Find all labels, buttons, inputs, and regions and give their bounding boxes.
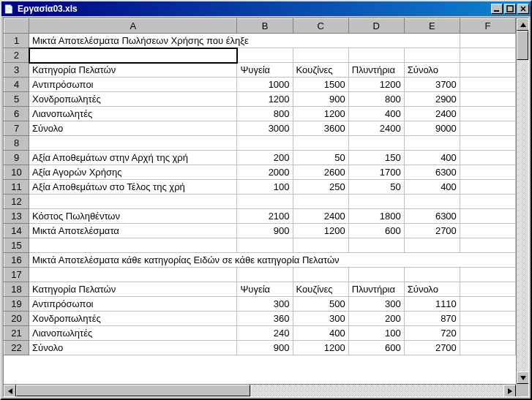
- cell-D15[interactable]: [348, 238, 404, 253]
- col-header-C[interactable]: C: [293, 19, 348, 34]
- row-header-3[interactable]: 3: [4, 63, 29, 78]
- cell-F2[interactable]: [460, 48, 515, 63]
- cell-A13[interactable]: Κόστος Πωληθέντων: [29, 209, 237, 224]
- cell-C14[interactable]: 1200: [293, 224, 348, 238]
- cell-B2[interactable]: [237, 48, 293, 63]
- cell-A6[interactable]: Λιανοπωλητές: [29, 107, 237, 121]
- cell-C8[interactable]: [293, 136, 348, 151]
- horizontal-scrollbar[interactable]: [4, 384, 516, 396]
- row-header-16[interactable]: 16: [4, 253, 29, 268]
- cell-F10[interactable]: [460, 165, 515, 180]
- cell-C7[interactable]: 3600: [293, 121, 348, 136]
- vertical-scrollbar[interactable]: [516, 18, 528, 384]
- scroll-up-button[interactable]: [517, 18, 529, 31]
- cell-B13[interactable]: 2100: [237, 209, 293, 224]
- cell-B3[interactable]: Ψυγεία: [237, 63, 293, 78]
- cell-C13[interactable]: 2400: [293, 209, 348, 224]
- cell-C12[interactable]: [293, 195, 348, 209]
- cell-E17[interactable]: [404, 268, 460, 282]
- cell-E5[interactable]: 2900: [404, 92, 460, 107]
- row-header-2[interactable]: 2: [4, 48, 29, 63]
- cell-B21[interactable]: 240: [237, 326, 293, 341]
- cell-D19[interactable]: 300: [348, 297, 404, 312]
- cell-C10[interactable]: 2600: [293, 165, 348, 180]
- cell-C19[interactable]: 500: [293, 297, 348, 312]
- cell-D4[interactable]: 1200: [348, 78, 404, 92]
- cell-E22[interactable]: 2700: [404, 341, 460, 355]
- cell-F19[interactable]: [460, 297, 515, 312]
- cell-B22[interactable]: 900: [237, 341, 293, 355]
- cell-A1[interactable]: Μικτά Αποτελέσματα Πωλήσεων Χρήσης που έ…: [29, 34, 460, 48]
- cell-A11[interactable]: Αξία Αποθεμάτων στο Τέλος της χρή: [29, 180, 237, 195]
- cell-F14[interactable]: [460, 224, 515, 238]
- cell-D10[interactable]: 1700: [348, 165, 404, 180]
- cell-D3[interactable]: Πλυντήρια: [348, 63, 404, 78]
- cell-C2[interactable]: [293, 48, 348, 63]
- cell-D6[interactable]: 400: [348, 107, 404, 121]
- cell-F8[interactable]: [460, 136, 515, 151]
- cell-B12[interactable]: [237, 195, 293, 209]
- cell-B8[interactable]: [237, 136, 293, 151]
- cell-A16[interactable]: Μικτά Αποτελέσματα κάθε κατηγορίας Ειδών…: [29, 253, 516, 268]
- cell-F11[interactable]: [460, 180, 515, 195]
- row-header-1[interactable]: 1: [4, 34, 29, 48]
- cell-A3[interactable]: Κατηγορία Πελατών: [29, 63, 237, 78]
- grid-viewport[interactable]: ABCDEF1Μικτά Αποτελέσματα Πωλήσεων Χρήση…: [4, 18, 516, 384]
- row-header-20[interactable]: 20: [4, 312, 29, 326]
- cell-A15[interactable]: [29, 238, 237, 253]
- col-header-E[interactable]: E: [404, 19, 460, 34]
- cell-B10[interactable]: 2000: [237, 165, 293, 180]
- col-header-D[interactable]: D: [348, 19, 404, 34]
- cell-A4[interactable]: Αντιπρόσωποι: [29, 78, 237, 92]
- col-header-F[interactable]: F: [460, 19, 515, 34]
- cell-D5[interactable]: 800: [348, 92, 404, 107]
- cell-B11[interactable]: 100: [237, 180, 293, 195]
- cell-E20[interactable]: 870: [404, 312, 460, 326]
- cell-E12[interactable]: [404, 195, 460, 209]
- row-header-22[interactable]: 22: [4, 341, 29, 355]
- cell-D14[interactable]: 600: [348, 224, 404, 238]
- row-header-21[interactable]: 21: [4, 326, 29, 341]
- cell-C3[interactable]: Κουζίνες: [293, 63, 348, 78]
- row-header-11[interactable]: 11: [4, 180, 29, 195]
- cell-F4[interactable]: [460, 78, 515, 92]
- cell-F17[interactable]: [460, 268, 515, 282]
- row-header-5[interactable]: 5: [4, 92, 29, 107]
- cell-E11[interactable]: 400: [404, 180, 460, 195]
- cell-C4[interactable]: 1500: [293, 78, 348, 92]
- scroll-right-button[interactable]: [503, 385, 516, 397]
- row-header-9[interactable]: 9: [4, 151, 29, 165]
- cell-F7[interactable]: [460, 121, 515, 136]
- cell-D2[interactable]: [348, 48, 404, 63]
- cell-F15[interactable]: [460, 238, 515, 253]
- cell-A18[interactable]: Κατηγορία Πελατών: [29, 282, 237, 297]
- cell-E6[interactable]: 2400: [404, 107, 460, 121]
- cell-F18[interactable]: [460, 282, 515, 297]
- cell-A22[interactable]: Σύνολο: [29, 341, 237, 355]
- cell-E21[interactable]: 720: [404, 326, 460, 341]
- cell-C21[interactable]: 400: [293, 326, 348, 341]
- cell-D21[interactable]: 100: [348, 326, 404, 341]
- cell-F5[interactable]: [460, 92, 515, 107]
- minimize-button[interactable]: [491, 4, 503, 14]
- col-header-B[interactable]: B: [237, 19, 293, 34]
- cell-C11[interactable]: 250: [293, 180, 348, 195]
- scroll-v-track[interactable]: [517, 31, 528, 371]
- scroll-down-button[interactable]: [517, 371, 529, 384]
- scroll-left-button[interactable]: [4, 385, 16, 397]
- cell-B20[interactable]: 360: [237, 312, 293, 326]
- cell-E18[interactable]: Σύνολο: [404, 282, 460, 297]
- cell-A21[interactable]: Λιανοπωλητές: [29, 326, 237, 341]
- cell-E2[interactable]: [404, 48, 460, 63]
- maximize-button[interactable]: [504, 4, 516, 14]
- cell-F6[interactable]: [460, 107, 515, 121]
- row-header-18[interactable]: 18: [4, 282, 29, 297]
- row-header-14[interactable]: 14: [4, 224, 29, 238]
- cell-E8[interactable]: [404, 136, 460, 151]
- cell-A5[interactable]: Χονδροπωλητές: [29, 92, 237, 107]
- cell-F12[interactable]: [460, 195, 515, 209]
- cell-F20[interactable]: [460, 312, 515, 326]
- cell-E4[interactable]: 3700: [404, 78, 460, 92]
- close-button[interactable]: [517, 4, 529, 14]
- cell-B18[interactable]: Ψυγεία: [237, 282, 293, 297]
